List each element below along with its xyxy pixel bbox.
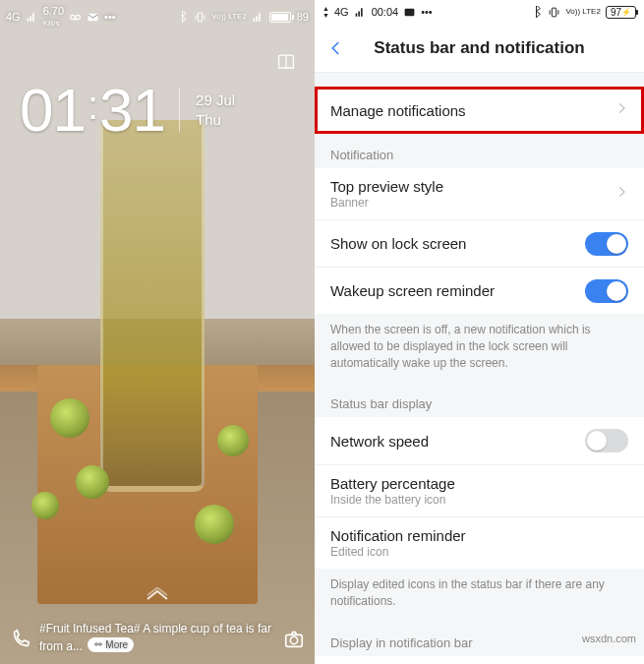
svg-rect-3 <box>199 13 203 22</box>
titlebar: Status bar and notification <box>315 24 644 73</box>
speed-indicator: 6.70KB/s <box>43 6 64 28</box>
section-status-bar: Status bar display <box>315 383 644 417</box>
wakeup-label: Wakeup screen reminder <box>330 282 585 299</box>
notification-reminder-label: Notification reminder <box>330 527 628 544</box>
message-icon <box>87 11 99 24</box>
network-label: 4G <box>334 6 349 18</box>
voicemail-icon <box>69 11 82 24</box>
wakeup-toggle[interactable] <box>585 279 628 303</box>
svg-rect-9 <box>553 8 556 17</box>
section-notification: Notification <box>315 134 644 168</box>
show-on-lock-row[interactable]: Show on lock screen <box>315 219 644 267</box>
clock-hour: 01 <box>20 75 86 145</box>
settings-list[interactable]: Manage notifications Notification Top pr… <box>315 73 644 664</box>
vibrate-icon <box>194 11 206 24</box>
signal-icon <box>252 11 264 24</box>
battery-percentage-label: Battery percentage <box>330 475 628 492</box>
lockscreen-phone: 4G 6.70KB/s ••• Vo)) LTE2 89 <box>0 0 315 664</box>
wallpaper-caption: #Fruit Infused Tea# A simple cup of tea … <box>39 622 275 654</box>
clock-minute: 31 <box>99 75 165 145</box>
notification-reminder-note: Display edited icons in the status bar i… <box>315 569 644 622</box>
svg-point-4 <box>95 643 98 646</box>
swipe-up-icon[interactable] <box>146 587 169 605</box>
more-button[interactable]: More <box>88 637 134 652</box>
more-dots-icon: ••• <box>104 11 116 23</box>
network-label: 4G <box>6 11 21 23</box>
volte-label: Vo)) LTE2 <box>211 13 246 21</box>
manage-notifications-row[interactable]: Manage notifications <box>315 87 644 134</box>
bluetooth-icon <box>530 6 543 19</box>
svg-point-7 <box>290 636 297 643</box>
network-speed-row[interactable]: Network speed <box>315 417 644 464</box>
vibrate-icon <box>548 6 560 19</box>
data-usage-row[interactable]: Data usage Network-enabled card <box>315 656 644 664</box>
reader-icon[interactable] <box>275 51 297 77</box>
wakeup-note: When the screen is off, a new notificati… <box>315 314 644 383</box>
page-title: Status bar and notification <box>358 38 601 58</box>
svg-point-5 <box>99 643 102 646</box>
volte-label: Vo)) LTE2 <box>565 8 600 16</box>
message-icon <box>403 6 416 19</box>
clock-date: 29 Jul <box>196 91 235 110</box>
bluetooth-icon <box>176 11 189 24</box>
show-on-lock-toggle[interactable] <box>585 232 628 256</box>
phone-shortcut-icon[interactable] <box>10 629 31 654</box>
top-preview-style-row[interactable]: Top preview style Banner <box>315 168 644 219</box>
status-bar-right: ▲▼ 4G 00:04 ••• Vo)) LTE2 97⚡ <box>315 0 644 24</box>
status-bar-left: 4G 6.70KB/s ••• Vo)) LTE2 89 <box>6 6 309 28</box>
signal-icon <box>26 11 38 24</box>
back-button[interactable] <box>315 24 358 72</box>
svg-rect-2 <box>88 13 98 21</box>
svg-point-1 <box>76 15 80 19</box>
signal-icon <box>354 6 367 19</box>
battery-percentage-row[interactable]: Battery percentage Inside the battery ic… <box>315 464 644 516</box>
wakeup-reminder-row[interactable]: Wakeup screen reminder <box>315 267 644 314</box>
svg-rect-8 <box>405 8 415 16</box>
settings-phone: ▲▼ 4G 00:04 ••• Vo)) LTE2 97⚡ Status bar… <box>315 0 644 664</box>
camera-shortcut-icon[interactable] <box>283 629 305 654</box>
lock-clock: 01 : 31 29 Jul Thu <box>20 75 235 145</box>
chevron-right-icon <box>615 101 628 119</box>
notification-reminder-value: Edited icon <box>330 545 628 559</box>
chevron-right-icon <box>615 185 628 203</box>
top-preview-label: Top preview style <box>330 178 615 195</box>
more-dots-icon: ••• <box>421 6 433 18</box>
battery-icon: 97⚡ <box>606 6 636 19</box>
top-preview-value: Banner <box>330 196 615 210</box>
manage-notifications-label: Manage notifications <box>330 102 615 119</box>
notification-reminder-row[interactable]: Notification reminder Edited icon <box>315 516 644 569</box>
show-on-lock-label: Show on lock screen <box>330 235 585 252</box>
network-speed-toggle[interactable] <box>585 429 628 453</box>
battery-percentage-value: Inside the battery icon <box>330 493 628 507</box>
network-speed-label: Network speed <box>330 433 585 450</box>
clock-day: Thu <box>196 110 235 130</box>
svg-point-0 <box>71 15 75 19</box>
status-time: 00:04 <box>372 6 399 18</box>
watermark: wsxdn.com <box>582 633 636 644</box>
battery-icon: 89 <box>269 11 309 23</box>
